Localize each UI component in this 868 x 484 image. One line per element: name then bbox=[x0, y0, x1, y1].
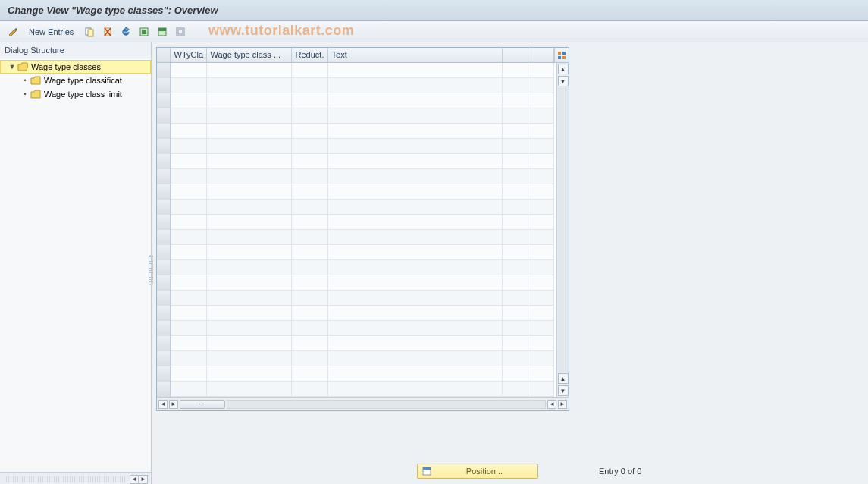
row-selector[interactable] bbox=[157, 291, 171, 306]
grid-cell[interactable] bbox=[171, 108, 207, 124]
grid-cell[interactable] bbox=[503, 169, 528, 184]
grid-cell[interactable] bbox=[528, 78, 554, 93]
grid-cell[interactable] bbox=[171, 169, 207, 184]
row-selector[interactable] bbox=[157, 306, 171, 321]
grid-cell[interactable] bbox=[503, 108, 528, 124]
row-selector[interactable] bbox=[157, 184, 171, 200]
grid-cell[interactable] bbox=[503, 139, 528, 154]
scroll-track[interactable] bbox=[558, 87, 569, 372]
row-selector[interactable] bbox=[157, 382, 171, 397]
grid-cell[interactable] bbox=[207, 124, 292, 139]
grid-cell[interactable] bbox=[328, 139, 503, 154]
hscroll-left-button[interactable]: ◄ bbox=[158, 400, 168, 409]
grid-cell[interactable] bbox=[328, 108, 503, 124]
grid-cell[interactable] bbox=[528, 245, 554, 260]
scroll-down2-button[interactable]: ▼ bbox=[558, 385, 569, 396]
grid-cell[interactable] bbox=[503, 124, 528, 139]
grid-cell[interactable] bbox=[503, 78, 528, 93]
grid-cell[interactable] bbox=[292, 306, 328, 321]
grid-cell[interactable] bbox=[503, 93, 528, 108]
grid-cell[interactable] bbox=[207, 336, 292, 351]
grid-cell[interactable] bbox=[292, 351, 328, 366]
grid-cell[interactable] bbox=[207, 169, 292, 184]
grid-cell[interactable] bbox=[171, 78, 207, 93]
column-header[interactable]: Text bbox=[328, 48, 503, 62]
hscroll-track[interactable] bbox=[227, 400, 546, 409]
grid-cell[interactable] bbox=[292, 260, 328, 275]
scroll-up2-button[interactable]: ▲ bbox=[558, 373, 569, 384]
grid-cell[interactable] bbox=[528, 200, 554, 215]
grid-cell[interactable] bbox=[328, 78, 503, 93]
grid-cell[interactable] bbox=[328, 306, 503, 321]
row-selector[interactable] bbox=[157, 108, 171, 124]
grid-horizontal-scrollbar[interactable]: ◄ ► ⋯ ◄ ► bbox=[157, 397, 569, 410]
grid-cell[interactable] bbox=[292, 215, 328, 230]
grid-cell[interactable] bbox=[292, 154, 328, 169]
grid-cell[interactable] bbox=[503, 291, 528, 306]
select-block-icon[interactable] bbox=[155, 25, 169, 39]
grid-cell[interactable] bbox=[503, 275, 528, 291]
grid-cell[interactable] bbox=[207, 139, 292, 154]
grid-cell[interactable] bbox=[328, 382, 503, 397]
row-selector[interactable] bbox=[157, 169, 171, 184]
grid-cell[interactable] bbox=[528, 93, 554, 108]
row-selector[interactable] bbox=[157, 215, 171, 230]
grid-cell[interactable] bbox=[171, 200, 207, 215]
hscroll-left2-button[interactable]: ◄ bbox=[547, 400, 556, 409]
change-icon[interactable] bbox=[6, 25, 20, 39]
grid-cell[interactable] bbox=[207, 260, 292, 275]
grid-cell[interactable] bbox=[328, 230, 503, 245]
grid-cell[interactable] bbox=[328, 169, 503, 184]
grid-cell[interactable] bbox=[328, 200, 503, 215]
grid-cell[interactable] bbox=[292, 291, 328, 306]
grid-select-all[interactable] bbox=[157, 48, 171, 62]
grid-cell[interactable] bbox=[528, 215, 554, 230]
grid-cell[interactable] bbox=[328, 184, 503, 200]
scroll-down-button[interactable]: ▼ bbox=[558, 76, 569, 86]
grid-cell[interactable] bbox=[171, 275, 207, 291]
row-selector[interactable] bbox=[157, 124, 171, 139]
grid-cell[interactable] bbox=[328, 336, 503, 351]
grid-cell[interactable] bbox=[328, 124, 503, 139]
grid-cell[interactable] bbox=[528, 321, 554, 336]
grid-cell[interactable] bbox=[292, 93, 328, 108]
new-entries-button[interactable]: New Entries bbox=[24, 26, 78, 38]
grid-cell[interactable] bbox=[528, 139, 554, 154]
row-selector[interactable] bbox=[157, 93, 171, 108]
grid-cell[interactable] bbox=[292, 321, 328, 336]
row-selector[interactable] bbox=[157, 366, 171, 382]
grid-cell[interactable] bbox=[503, 63, 528, 78]
grid-cell[interactable] bbox=[503, 382, 528, 397]
row-selector[interactable] bbox=[157, 275, 171, 291]
grid-cell[interactable] bbox=[528, 63, 554, 78]
grid-cell[interactable] bbox=[503, 260, 528, 275]
grid-cell[interactable] bbox=[171, 351, 207, 366]
tree-item[interactable]: ▼Wage type classes bbox=[0, 60, 151, 74]
grid-cell[interactable] bbox=[292, 382, 328, 397]
grid-cell[interactable] bbox=[171, 291, 207, 306]
grid-cell[interactable] bbox=[171, 215, 207, 230]
grid-cell[interactable] bbox=[171, 336, 207, 351]
grid-cell[interactable] bbox=[528, 336, 554, 351]
grid-cell[interactable] bbox=[171, 93, 207, 108]
row-selector[interactable] bbox=[157, 200, 171, 215]
grid-cell[interactable] bbox=[528, 275, 554, 291]
row-selector[interactable] bbox=[157, 63, 171, 78]
grid-cell[interactable] bbox=[207, 230, 292, 245]
hscroll-right-button[interactable]: ► bbox=[169, 400, 178, 409]
row-selector[interactable] bbox=[157, 336, 171, 351]
row-selector[interactable] bbox=[157, 154, 171, 169]
delete-icon[interactable] bbox=[101, 25, 114, 39]
grid-cell[interactable] bbox=[171, 382, 207, 397]
grid-cell[interactable] bbox=[503, 366, 528, 382]
grid-cell[interactable] bbox=[328, 215, 503, 230]
grid-cell[interactable] bbox=[207, 366, 292, 382]
grid-cell[interactable] bbox=[171, 139, 207, 154]
grid-cell[interactable] bbox=[292, 139, 328, 154]
grid-cell[interactable] bbox=[207, 93, 292, 108]
grid-cell[interactable] bbox=[207, 78, 292, 93]
column-header[interactable] bbox=[528, 48, 554, 62]
sidebar-next-button[interactable]: ► bbox=[139, 475, 148, 484]
undo-icon[interactable] bbox=[119, 25, 133, 39]
grid-cell[interactable] bbox=[328, 63, 503, 78]
